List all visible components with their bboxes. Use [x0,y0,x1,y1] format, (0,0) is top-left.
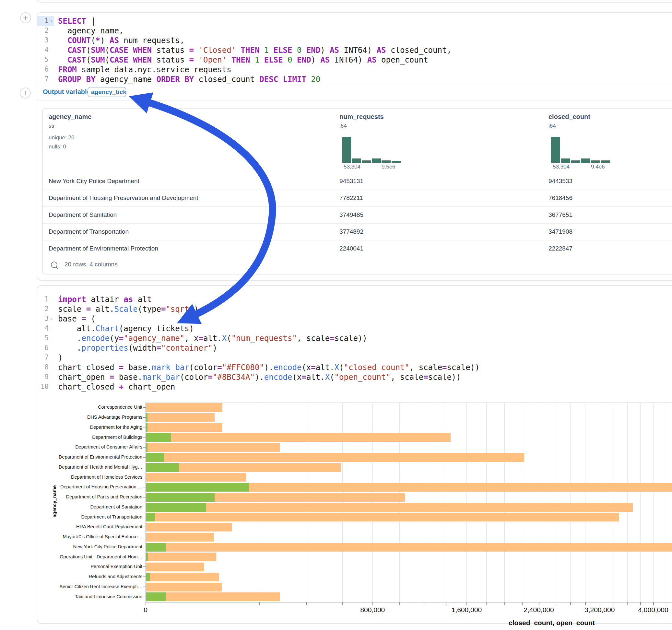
x-tick [555,602,556,605]
code-line[interactable]: alt.Chart(agency_tickets) [58,324,672,334]
closed-count-bar[interactable] [146,513,619,522]
python-code[interactable]: import altair as altscale = alt.Scale(ty… [58,286,672,392]
code-line[interactable]: FROM sample_data.nyc.service_requests [58,65,672,75]
table-row[interactable]: Department of Environmental Protection22… [43,240,672,257]
open-count-bar[interactable] [146,483,249,492]
code-token [180,75,185,84]
line-number-row[interactable]: 4 [37,45,54,55]
code-token: SELECT [58,17,86,26]
code-token [306,75,311,84]
column-name[interactable]: closed_count [549,113,590,121]
closed-count-bar[interactable] [146,473,246,482]
code-line[interactable]: CAST(SUM(CASE WHEN status = 'Open' THEN … [58,55,672,65]
open-count-bar[interactable] [146,433,171,442]
line-number-row[interactable]: 9 [37,372,54,382]
code-token: 0 [297,46,302,55]
closed-count-bar[interactable] [146,583,222,591]
code-line[interactable]: .properties(width="container") [58,343,672,353]
closed-count-bar[interactable] [146,403,222,412]
closed-count-bar[interactable] [146,503,633,512]
column-name[interactable]: agency_name [49,113,91,121]
code-line[interactable]: CAST(SUM(CASE WHEN status = 'Closed' THE… [58,45,672,55]
closed-count-bar[interactable] [146,453,524,462]
sql-editor[interactable]: 1⌄234567 SELECT agency_name, COUNT(*) AS… [37,13,672,85]
output-variable-pill[interactable]: agency_tickets [88,87,126,97]
y-axis-label: Department of Homeless Services [45,475,142,480]
open-count-bar[interactable] [146,423,147,432]
line-number-row[interactable]: 5 [37,334,54,343]
code-line[interactable]: scale = alt.Scale(type="sqrt") [58,304,672,314]
add-cell-button[interactable]: + [20,12,31,23]
open-count-bar[interactable] [146,443,147,452]
closed-count-bar[interactable] [146,433,451,442]
sql-code[interactable]: SELECT agency_name, COUNT(*) AS num_requ… [58,13,672,84]
gridline [504,403,505,602]
x-tick [446,602,447,605]
closed-count-bar[interactable] [146,592,280,601]
add-cell-button-2[interactable]: + [20,88,31,98]
line-number-row[interactable]: 10 [37,382,54,392]
notebook-page: + + 1⌄234567 SELECT agency_name, COUNT(*… [0,0,672,630]
open-count-bar[interactable] [146,463,179,472]
code-line[interactable]: base = ( [58,314,672,324]
code-token: ( [339,363,344,372]
line-number-row[interactable]: 2 [37,304,54,314]
open-count-bar[interactable] [146,453,164,462]
line-number-row[interactable]: 3⌄ [37,314,54,324]
code-line[interactable]: import altair as alt [58,295,672,304]
line-number: 3 [44,36,49,44]
table-row[interactable]: Department of Sanitation37494853677651 [43,207,672,224]
closed-count-bar[interactable] [146,423,222,432]
column-name[interactable]: num_requests [339,113,384,121]
code-token: alt [133,295,152,304]
open-count-bar[interactable] [146,553,148,561]
line-number-row[interactable]: 6 [37,343,54,353]
closed-count-bar[interactable] [146,413,215,422]
line-number-row[interactable]: 7 [37,75,54,84]
closed-count-bar[interactable] [146,443,280,452]
fold-chevron-icon[interactable]: ⌄ [49,17,53,23]
table-cell: 3471908 [549,228,573,235]
closed-count-bar[interactable] [146,543,672,552]
code-line[interactable]: chart_open = base.mark_bar(color="#8BC34… [58,372,672,382]
closed-count-bar[interactable] [146,553,216,561]
code-line[interactable]: chart_closed + chart_open [58,382,672,392]
code-line[interactable]: chart_closed = base.mark_bar(color="#FFC… [58,363,672,372]
line-number-row[interactable]: 8 [37,363,54,372]
open-count-bar[interactable] [146,493,215,502]
line-number-row[interactable]: 1⌄ [37,16,54,26]
closed-count-bar[interactable] [146,563,204,571]
python-editor[interactable]: 123⌄45678910 import altair as altscale =… [37,286,672,396]
open-count-bar[interactable] [146,573,150,581]
table-row[interactable]: Department of Transportation377489234719… [43,223,672,240]
gridline [614,403,614,602]
code-line[interactable]: ) [58,353,672,363]
line-number-row[interactable]: 7 [37,353,54,363]
closed-count-bar[interactable] [146,523,232,532]
code-line[interactable]: .encode(y="agency_name", x=alt.X("num_re… [58,334,672,343]
open-count-bar[interactable] [146,413,147,422]
line-number-row[interactable]: 2 [37,26,54,35]
search-icon[interactable] [51,262,57,268]
line-number-row[interactable]: 3 [37,35,54,45]
python-gutter: 123⌄45678910 [37,286,54,396]
line-number-row[interactable]: 1 [37,295,54,304]
line-number: 2 [44,27,49,34]
open-count-bar[interactable] [146,503,206,512]
fold-chevron-icon[interactable]: ⌄ [49,315,53,321]
code-token: , x [185,334,198,343]
table-row[interactable]: New York City Police Department945313194… [43,173,672,190]
open-count-bar[interactable] [146,513,154,522]
line-number-row[interactable]: 5 [37,55,54,65]
code-line[interactable]: SELECT [58,16,672,26]
table-row[interactable]: Department of Housing Preservation and D… [43,190,672,207]
line-number-row[interactable]: 4 [37,324,54,334]
closed-count-bar[interactable] [146,533,214,541]
open-count-bar[interactable] [146,543,166,552]
line-number-row[interactable]: 6 [37,65,54,75]
open-count-bar[interactable] [146,592,166,601]
closed-count-bar[interactable] [146,573,219,581]
code-line[interactable]: GROUP BY agency_name ORDER BY closed_cou… [58,75,672,84]
code-line[interactable]: agency_name, [58,26,672,35]
code-line[interactable]: COUNT(*) AS num_requests, [58,35,672,45]
